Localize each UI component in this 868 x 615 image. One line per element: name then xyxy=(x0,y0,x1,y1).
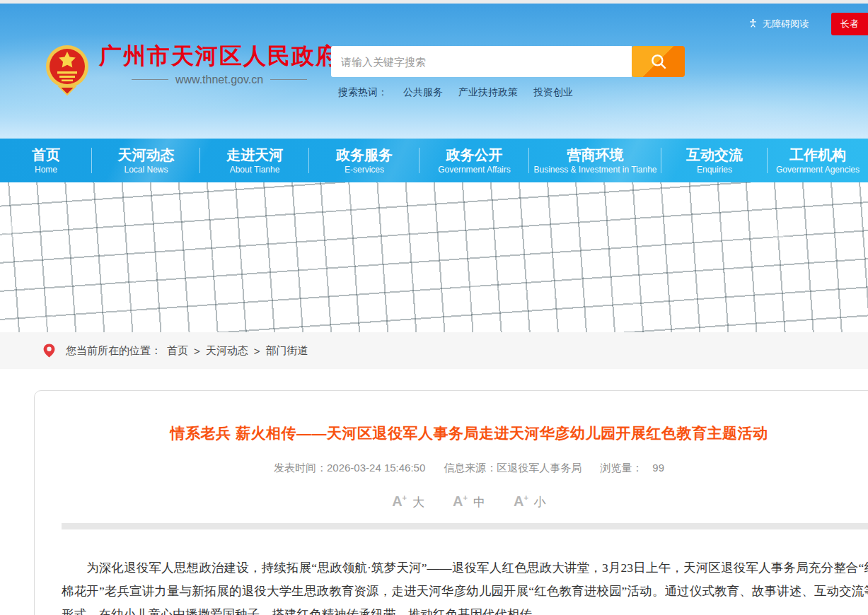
article-body-paragraph: 为深化退役军人思想政治建设，持续拓展“思政领航·筑梦天河”——退役军人红色思政大… xyxy=(62,556,868,615)
search-bar xyxy=(331,46,632,77)
nav-item-about-tianhe[interactable]: 走进天河 About Tianhe xyxy=(200,139,309,182)
hotword-link-public-services[interactable]: 公共服务 xyxy=(403,86,443,99)
accessibility-icon xyxy=(748,18,758,30)
site-header: 无障碍阅读 长者 广州市天河区人民政府 www.thnet.gov.cn xyxy=(0,4,868,139)
breadcrumb-bar: 您当前所在的位置： 首页 > 天河动态 > 部门街道 xyxy=(0,332,868,369)
article-title: 情系老兵 薪火相传——天河区退役军人事务局走进天河华彦幼儿园开展红色教育主题活动 xyxy=(77,423,861,443)
site-title: 广州市天河区人民政府 xyxy=(99,43,340,69)
nav-item-home[interactable]: 首页 Home xyxy=(0,139,92,182)
hotword-link-investment[interactable]: 投资创业 xyxy=(533,86,573,99)
publish-time: 发表时间：2026-03-24 15:46:50 xyxy=(274,462,425,475)
nav-item-business-environment[interactable]: 营商环境 Business & Investment in Tianhe xyxy=(529,139,661,182)
search-icon xyxy=(649,52,668,71)
elder-mode-button[interactable]: 长者 xyxy=(831,13,868,35)
nav-item-enquiries[interactable]: 互动交流 Enquiries xyxy=(661,139,768,182)
info-source: 信息来源：区退役军人事务局 xyxy=(444,462,581,475)
site-url: www.thnet.gov.cn xyxy=(132,74,307,86)
view-count: 浏览量：99 xyxy=(600,462,664,475)
accessibility-label: 无障碍阅读 xyxy=(763,18,809,30)
main-nav: 首页 Home 天河动态 Local News 走进天河 About Tianh… xyxy=(0,139,868,182)
breadcrumb: 您当前所在的位置： 首页 > 天河动态 > 部门街道 xyxy=(66,344,308,358)
site-identity: 广州市天河区人民政府 www.thnet.gov.cn xyxy=(99,43,340,86)
breadcrumb-link-departments[interactable]: 部门街道 xyxy=(266,344,308,358)
site-logo[interactable]: 广州市天河区人民政府 www.thnet.gov.cn xyxy=(42,43,340,97)
banner-network-decoration xyxy=(0,182,868,332)
nav-item-government-agencies[interactable]: 工作机构 Government Agencies xyxy=(768,139,868,182)
nav-item-e-services[interactable]: 政务服务 E-services xyxy=(309,139,419,182)
accessibility-link[interactable]: 无障碍阅读 xyxy=(748,18,809,30)
nav-item-government-affairs[interactable]: 政务公开 Government Affairs xyxy=(419,139,529,182)
hotword-link-industry-policy[interactable]: 产业扶持政策 xyxy=(458,86,518,99)
title-body-divider xyxy=(62,523,868,529)
font-size-medium-button[interactable]: A+ 中 xyxy=(453,493,485,510)
header-utility-bar: 无障碍阅读 长者 xyxy=(748,13,868,35)
breadcrumb-label: 您当前所在的位置： xyxy=(66,344,161,358)
search-button[interactable] xyxy=(632,46,685,77)
nav-item-local-news[interactable]: 天河动态 Local News xyxy=(92,139,200,182)
font-size-controls: A+ 大 A+ 中 A+ 小 xyxy=(35,493,868,510)
article-meta: 发表时间：2026-03-24 15:46:50 信息来源：区退役军人事务局 浏… xyxy=(35,462,868,475)
section-banner: N 天河动态 / LOCAL NEWS xyxy=(0,182,868,332)
breadcrumb-link-local-news[interactable]: 天河动态 xyxy=(206,344,248,358)
font-size-small-button[interactable]: A+ 小 xyxy=(514,493,546,510)
location-pin-icon xyxy=(42,342,56,359)
article-card: 情系老兵 薪火相传——天河区退役军人事务局走进天河华彦幼儿园开展红色教育主题活动… xyxy=(34,390,868,615)
national-emblem-icon xyxy=(42,43,92,97)
hotwords-label: 搜索热词： xyxy=(338,86,388,99)
breadcrumb-link-home[interactable]: 首页 xyxy=(167,344,188,358)
font-size-large-button[interactable]: A+ 大 xyxy=(392,493,424,510)
page: 无障碍阅读 长者 广州市天河区人民政府 www.thnet.gov.cn xyxy=(0,0,868,615)
search-input[interactable] xyxy=(331,46,632,77)
search-hotwords: 搜索热词： 公共服务 产业扶持政策 投资创业 xyxy=(338,86,573,99)
